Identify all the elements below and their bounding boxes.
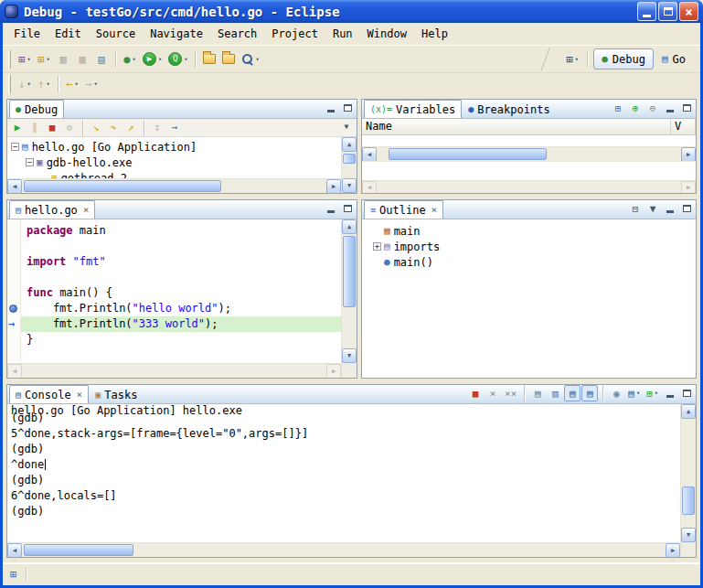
column-value[interactable]: V <box>671 119 696 134</box>
scroll-left-button[interactable]: ◀ <box>7 364 22 378</box>
search-icon[interactable]: ▾ <box>239 49 261 69</box>
tree-item[interactable]: ▦main <box>369 223 696 239</box>
save-all-icon[interactable]: ▦ <box>73 49 91 69</box>
dropdown-arrow-icon[interactable]: ▾ <box>255 56 259 63</box>
maximize-view-button[interactable] <box>340 202 355 216</box>
tab-console[interactable]: ▤Console× <box>9 385 89 403</box>
maximize-view-button[interactable] <box>679 102 694 115</box>
breakpoint-icon[interactable] <box>9 305 17 313</box>
scroll-left-button[interactable]: ◀ <box>7 179 22 193</box>
minimize-button[interactable] <box>637 2 656 21</box>
scroll-thumb[interactable] <box>343 154 356 164</box>
scroll-track[interactable] <box>342 234 357 348</box>
view-menu-icon[interactable]: ▼ <box>338 119 355 135</box>
menu-navigate[interactable]: Navigate <box>143 25 210 43</box>
console-output[interactable]: hello.go [Go Application] hello.exe (gdb… <box>7 404 680 542</box>
dropdown-arrow-icon[interactable]: ▾ <box>133 56 136 63</box>
tree-item[interactable]: −▣gdb-hello.exe <box>7 155 341 170</box>
open-perspective-button[interactable]: ⊞▾ <box>563 49 581 69</box>
tree-item[interactable]: −▤hello.go [Go Application] <box>7 139 341 155</box>
open-folder-icon[interactable] <box>200 49 218 69</box>
scroll-right-button[interactable]: ▶ <box>326 179 341 193</box>
remove-all-launches-icon[interactable]: ×× <box>502 385 519 401</box>
maximize-view-button[interactable] <box>340 102 355 115</box>
scroll-up-button[interactable]: ▲ <box>342 219 357 234</box>
tab-close-icon[interactable]: × <box>77 389 83 401</box>
perspective-button-go[interactable]: ▤Go <box>655 48 693 69</box>
ruler-line[interactable] <box>7 254 20 270</box>
display-console-icon[interactable]: ▤▾ <box>625 385 643 401</box>
column-name[interactable]: Name <box>362 119 671 134</box>
scroll-left-button[interactable]: ◀ <box>7 543 22 557</box>
titlebar[interactable]: Debug - testGo/src/cmd/hello.go - Eclips… <box>0 0 703 23</box>
close-button[interactable]: × <box>679 2 698 21</box>
add-global-variables-icon[interactable]: ⊕ <box>627 100 644 116</box>
dropdown-arrow-icon[interactable]: ▾ <box>75 80 79 88</box>
ruler-line[interactable] <box>7 285 20 301</box>
new-wizard-icon[interactable]: ⊞▾ <box>16 49 34 69</box>
variables-detail-pane[interactable] <box>362 161 696 180</box>
dropdown-arrow-icon[interactable]: ▾ <box>636 390 640 397</box>
scroll-thumb[interactable] <box>24 180 221 192</box>
scroll-down-button[interactable]: ▼ <box>342 178 357 193</box>
dropdown-arrow-icon[interactable]: ▾ <box>184 56 187 63</box>
code-line[interactable]: } <box>21 332 341 347</box>
disconnect-icon[interactable]: ⊘ <box>61 120 78 136</box>
toolbar-handle[interactable] <box>8 50 11 69</box>
drop-to-frame-icon[interactable]: ↧ <box>149 120 165 136</box>
scroll-up-button[interactable]: ▲ <box>681 404 696 419</box>
run-icon[interactable]: ▶▾ <box>140 49 165 69</box>
tab-hello-go[interactable]: ▤hello.go× <box>9 200 95 219</box>
code-line[interactable]: fmt.Println("333 world"); <box>21 316 341 332</box>
suspend-icon[interactable]: ∥ <box>27 120 43 136</box>
code-line[interactable] <box>21 239 341 254</box>
menu-help[interactable]: Help <box>414 25 455 43</box>
new-element-icon[interactable]: ⊞▾ <box>35 49 53 69</box>
resume-icon[interactable]: ▶ <box>9 120 26 136</box>
external-tools-icon[interactable]: Q▾ <box>165 49 190 69</box>
dropdown-arrow-icon[interactable]: ▾ <box>27 56 31 63</box>
minimize-view-button[interactable] <box>324 102 338 115</box>
tab-breakpoints[interactable]: ●Breakpoints <box>462 100 557 118</box>
ruler-line[interactable] <box>7 223 20 239</box>
tab-tasks[interactable]: ▣Tasks <box>89 385 144 403</box>
tree-item[interactable]: +▤imports <box>369 239 696 254</box>
dropdown-arrow-icon[interactable]: ▾ <box>94 80 98 88</box>
maximize-view-button[interactable] <box>679 202 694 216</box>
menu-search[interactable]: Search <box>210 25 264 43</box>
open-resource-icon[interactable] <box>219 49 238 69</box>
ruler-line[interactable] <box>7 301 20 316</box>
scroll-thumb[interactable] <box>682 486 695 515</box>
scroll-lock-icon[interactable]: ▥ <box>547 385 563 401</box>
scroll-track[interactable] <box>681 419 696 528</box>
forward-icon[interactable]: →▾ <box>82 74 101 94</box>
previous-annotation-icon[interactable]: ↑▾ <box>35 74 53 94</box>
menu-window[interactable]: Window <box>360 25 414 43</box>
scroll-right-button[interactable]: ▶ <box>326 364 341 378</box>
dropdown-arrow-icon[interactable]: ▾ <box>158 56 162 63</box>
tree-item[interactable]: ≡gothread-2 <box>7 170 341 178</box>
toolbar-handle[interactable] <box>8 75 11 93</box>
view-menu-icon[interactable]: ▼ <box>644 200 661 217</box>
dropdown-arrow-icon[interactable]: ▾ <box>655 390 658 397</box>
code-line[interactable]: package main <box>21 223 341 239</box>
scroll-thumb[interactable] <box>389 148 547 160</box>
editor-ruler[interactable]: → <box>7 219 21 363</box>
scroll-right-button[interactable]: ▶ <box>681 147 696 162</box>
dropdown-arrow-icon[interactable]: ▾ <box>47 80 50 88</box>
scroll-down-button[interactable]: ▼ <box>342 348 357 363</box>
show-stderr-icon[interactable]: ▤ <box>581 385 598 401</box>
scroll-right-button[interactable]: ▶ <box>666 543 680 557</box>
back-icon[interactable]: ←▾ <box>63 74 81 94</box>
tab-debug[interactable]: ●Debug <box>9 100 64 118</box>
show-type-names-icon[interactable]: ⊞ <box>610 100 626 116</box>
editor-code-area[interactable]: package main import "fmt" func main() { … <box>21 219 341 363</box>
clear-console-icon[interactable]: ▤ <box>529 385 546 401</box>
scroll-thumb[interactable] <box>24 544 133 556</box>
tab-variables[interactable]: (x)=Variables <box>364 100 462 118</box>
scroll-up-button[interactable]: ▲ <box>342 137 357 152</box>
scroll-track[interactable] <box>22 179 326 193</box>
print-icon[interactable]: ▤ <box>92 49 111 69</box>
step-into-icon[interactable]: ↘ <box>88 120 104 136</box>
menu-project[interactable]: Project <box>264 25 325 43</box>
